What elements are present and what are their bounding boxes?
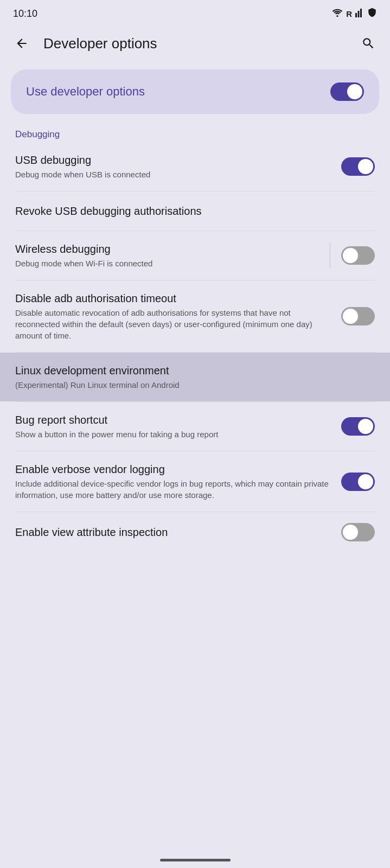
wireless-debugging-toggle[interactable] [341, 246, 375, 265]
view-attribute-row[interactable]: Enable view attribute inspection [0, 512, 390, 552]
bug-report-text: Bug report shortcut Show a button in the… [15, 413, 341, 440]
developer-options-card[interactable]: Use developer options [11, 69, 379, 114]
linux-dev-env-subtitle: (Experimental) Run Linux terminal on And… [15, 379, 364, 391]
wireless-debugging-subtitle: Debug mode when Wi-Fi is connected [15, 258, 319, 269]
toggle-knob [358, 474, 373, 489]
revoke-usb-title: Revoke USB debugging authorisations [15, 204, 364, 218]
divider-3 [15, 280, 375, 280]
linux-dev-env-title: Linux development environment [15, 363, 364, 378]
svg-rect-1 [355, 13, 357, 17]
developer-options-toggle[interactable] [330, 82, 364, 101]
divider-1 [15, 191, 375, 192]
revoke-usb-row[interactable]: Revoke USB debugging authorisations [0, 192, 390, 231]
verbose-logging-title: Enable verbose vendor logging [15, 462, 330, 476]
svg-point-0 [336, 15, 338, 17]
divider-6 [15, 451, 375, 451]
view-attribute-text: Enable view attribute inspection [15, 525, 341, 539]
adb-timeout-title: Disable adb authorisation timeout [15, 291, 330, 305]
divider-5 [15, 401, 375, 402]
view-attribute-toggle[interactable] [341, 523, 375, 541]
revoke-usb-text: Revoke USB debugging authorisations [15, 204, 375, 218]
bug-report-title: Bug report shortcut [15, 413, 330, 427]
linux-dev-env-text: Linux development environment (Experimen… [15, 363, 375, 391]
bug-report-row[interactable]: Bug report shortcut Show a button in the… [0, 402, 390, 451]
top-bar: Developer options [0, 24, 390, 63]
wireless-debugging-text: Wireless debugging Debug mode when Wi-Fi… [15, 242, 330, 269]
signal-icon: R [346, 9, 352, 18]
divider-4 [15, 352, 375, 353]
svg-rect-3 [360, 9, 362, 17]
search-icon [361, 36, 375, 50]
nav-indicator [160, 859, 231, 861]
adb-timeout-text: Disable adb authorisation timeout Disabl… [15, 291, 341, 341]
linux-dev-env-row[interactable]: Linux development environment (Experimen… [0, 353, 390, 401]
toggle-knob [358, 419, 373, 434]
back-button[interactable] [11, 33, 33, 54]
status-icons: R [332, 8, 377, 20]
debugging-section-label: Debugging [0, 125, 390, 142]
divider-2 [15, 231, 375, 231]
adb-timeout-row[interactable]: Disable adb authorisation timeout Disabl… [0, 280, 390, 352]
security-icon [367, 8, 377, 20]
developer-options-label: Use developer options [26, 85, 145, 99]
back-icon [15, 36, 29, 50]
usb-debugging-text: USB debugging Debug mode when USB is con… [15, 153, 341, 180]
content: Use developer options Debugging USB debu… [0, 69, 390, 552]
vertical-divider [330, 242, 330, 269]
verbose-logging-subtitle: Include additional device-specific vendo… [15, 478, 330, 501]
view-attribute-title: Enable view attribute inspection [15, 525, 330, 539]
verbose-logging-toggle[interactable] [341, 473, 375, 491]
toggle-knob [343, 309, 358, 324]
bug-report-toggle[interactable] [341, 417, 375, 436]
toggle-knob [347, 84, 362, 99]
toggle-knob [343, 525, 358, 540]
verbose-logging-row[interactable]: Enable verbose vendor logging Include ad… [0, 451, 390, 512]
mobile-signal-icon [355, 8, 364, 20]
adb-timeout-toggle[interactable] [341, 307, 375, 326]
svg-rect-2 [358, 11, 360, 17]
usb-debugging-toggle[interactable] [341, 157, 375, 176]
bug-report-subtitle: Show a button in the power menu for taki… [15, 429, 330, 440]
usb-debugging-row[interactable]: USB debugging Debug mode when USB is con… [0, 142, 390, 191]
wireless-debugging-row[interactable]: Wireless debugging Debug mode when Wi-Fi… [0, 231, 390, 280]
toggle-knob [343, 248, 358, 263]
wireless-toggle-group [330, 242, 375, 269]
divider-7 [15, 512, 375, 512]
adb-timeout-subtitle: Disable automatic revocation of adb auth… [15, 307, 330, 341]
wifi-icon [332, 8, 343, 19]
status-bar: 10:10 R [0, 0, 390, 24]
status-time: 10:10 [13, 8, 37, 20]
search-button[interactable] [357, 33, 379, 54]
page-title: Developer options [43, 35, 357, 52]
usb-debugging-title: USB debugging [15, 153, 330, 167]
usb-debugging-subtitle: Debug mode when USB is connected [15, 169, 330, 180]
toggle-knob [358, 159, 373, 174]
verbose-logging-text: Enable verbose vendor logging Include ad… [15, 462, 341, 501]
wireless-debugging-title: Wireless debugging [15, 242, 319, 256]
